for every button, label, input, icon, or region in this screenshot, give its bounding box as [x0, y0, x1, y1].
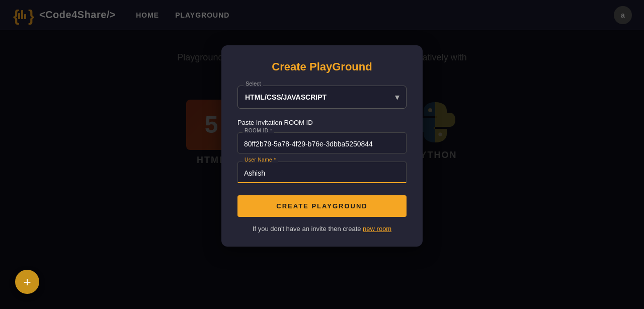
fab-add-button[interactable]: + — [15, 270, 39, 294]
create-playground-button[interactable]: CREATE PLAYGROUND — [237, 195, 407, 217]
select-label: Select — [244, 81, 263, 87]
paste-invitation-label: Paste Invitation ROOM ID — [237, 119, 407, 126]
language-select[interactable]: HTML/CSS/JAVASCRIPT PYTHON JAVA C++ — [237, 86, 407, 109]
username-input-group: User Name * — [237, 162, 407, 183]
room-id-input-group: ROOM ID * — [237, 132, 407, 153]
room-id-input[interactable] — [237, 132, 407, 153]
username-label: User Name * — [243, 157, 278, 163]
new-room-link[interactable]: new room — [363, 225, 391, 233]
modal-title: Create PlayGround — [237, 60, 407, 73]
create-playground-modal: Create PlayGround Select HTML/CSS/JAVASC… — [221, 45, 423, 247]
language-select-container: Select HTML/CSS/JAVASCRIPT PYTHON JAVA C… — [237, 86, 407, 109]
username-input[interactable] — [237, 162, 407, 183]
no-invite-text: If you don't have an invite then create … — [237, 225, 407, 233]
room-id-label: ROOM ID * — [243, 128, 274, 133]
no-invite-label: If you don't have an invite then create — [253, 225, 363, 233]
plus-icon: + — [23, 275, 31, 288]
